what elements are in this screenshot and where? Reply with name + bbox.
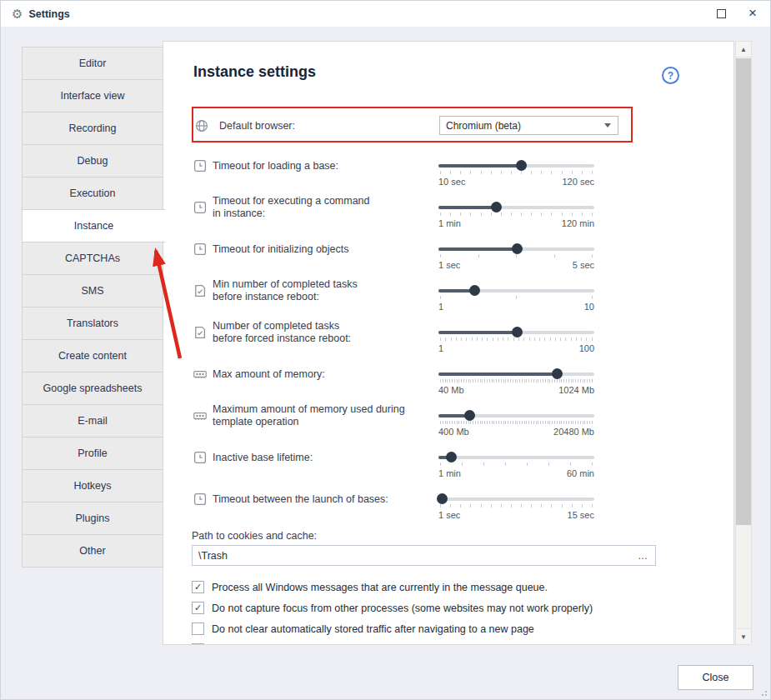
slider-track[interactable]: [438, 372, 594, 376]
slider-thumb[interactable]: [516, 160, 527, 171]
gear-icon: ⚙: [12, 8, 23, 20]
memory-icon: [193, 409, 207, 422]
slider-control[interactable]: 10 sec120 sec: [438, 152, 594, 190]
slider-label-text: Min number of completed tasks before ins…: [213, 278, 358, 303]
sidebar-item-translators[interactable]: Translators: [22, 307, 163, 340]
sidebar-item-create-content[interactable]: Create content: [22, 339, 163, 372]
default-browser-select[interactable]: Chromium (beta): [439, 116, 618, 135]
slider-fill: [438, 206, 496, 209]
slider-label-text: Number of completed tasks before forced …: [213, 320, 351, 345]
path-input[interactable]: \Trash …: [192, 545, 656, 566]
slider-track[interactable]: [438, 331, 594, 334]
scrollbar[interactable]: ▲ ▼: [735, 41, 752, 645]
slider-thumb[interactable]: [446, 452, 457, 462]
browse-button[interactable]: …: [638, 550, 648, 562]
slider-max-label: 60 min: [567, 468, 594, 478]
slider-ticks: [440, 212, 593, 216]
sidebar-item-captchas[interactable]: CAPTCHAs: [22, 242, 163, 275]
sidebar-item-plugins[interactable]: Plugins: [22, 502, 163, 535]
slider-thumb[interactable]: [552, 368, 563, 379]
close-window-button[interactable]: ×: [738, 1, 767, 26]
slider-thumb[interactable]: [512, 243, 523, 254]
slider-track[interactable]: [438, 498, 594, 501]
clock-icon: [193, 451, 207, 464]
sidebar-item-interface-view[interactable]: Interface view: [22, 79, 163, 112]
checkbox-row-do-not-clear-automatically-stored-traffi[interactable]: Do not clear automatically stored traffi…: [192, 618, 593, 639]
resize-grip[interactable]: [758, 688, 767, 696]
slider-max-label: 10: [584, 302, 594, 312]
slider-row-timeout-for-executing-a-command: Timeout for executing a command in insta…: [193, 193, 599, 235]
sidebar-item-editor[interactable]: Editor: [22, 47, 163, 80]
memory-icon: [193, 368, 207, 381]
slider-min-label: 1: [438, 343, 443, 353]
slider-control[interactable]: 40 Mb1024 Mb: [438, 360, 594, 398]
slider-max-label: 1024 Mb: [558, 385, 594, 395]
checkbox-unchecked-icon[interactable]: [192, 643, 204, 645]
slider-control[interactable]: 1 min60 min: [438, 443, 594, 482]
scroll-up-button[interactable]: ▲: [736, 42, 751, 58]
slider-control[interactable]: 1 sec15 sec: [438, 485, 594, 523]
slider-max-label: 5 sec: [573, 260, 594, 270]
scrollbar-thumb[interactable]: [736, 58, 751, 525]
clock-icon: [193, 201, 207, 214]
slider-control[interactable]: 110: [438, 277, 594, 315]
sidebar-item-instance[interactable]: Instance: [22, 209, 165, 242]
slider-ticks: [440, 504, 593, 508]
slider-label: Number of completed tasks before forced …: [193, 318, 427, 347]
scroll-down-button[interactable]: ▼: [736, 628, 751, 644]
checkbox-row-force-execution-of-firefox-background-jo[interactable]: Force execution of FireFox background jo…: [192, 639, 593, 645]
slider-track[interactable]: [438, 164, 594, 168]
help-icon[interactable]: ?: [662, 67, 679, 84]
slider-thumb[interactable]: [491, 202, 502, 212]
slider-max-label: 120 min: [562, 218, 594, 228]
sliders-section: Timeout for loading a base:10 sec120 sec…: [193, 152, 599, 527]
sidebar-item-other[interactable]: Other: [22, 534, 163, 568]
instance-settings-panel: Instance settings ? Default browser: Chr…: [163, 41, 734, 645]
slider-range-labels: 1 min120 min: [438, 218, 594, 228]
slider-control[interactable]: 1100: [438, 318, 594, 357]
slider-track[interactable]: [438, 248, 594, 251]
slider-track[interactable]: [438, 456, 594, 459]
checkbox-unchecked-icon[interactable]: [192, 622, 204, 635]
path-label: Path to cookies and cache:: [192, 530, 317, 542]
sidebar-item-debug[interactable]: Debug: [22, 144, 163, 178]
sidebar-item-sms[interactable]: SMS: [22, 274, 163, 308]
slider-range-labels: 110: [438, 302, 594, 312]
sidebar-item-e-mail[interactable]: E-mail: [22, 404, 163, 438]
sidebar-item-hotkeys[interactable]: Hotkeys: [22, 469, 163, 502]
slider-ticks: [440, 296, 593, 299]
slider-track[interactable]: [438, 289, 594, 292]
slider-min-label: 1 min: [438, 468, 461, 478]
checkbox-row-process-all-windows-messages-that-are-cu[interactable]: ✓Process all Windows messages that are c…: [192, 577, 593, 598]
slider-min-label: 1 sec: [438, 260, 460, 270]
slider-control[interactable]: 1 min120 min: [438, 193, 594, 232]
slider-thumb[interactable]: [512, 327, 523, 338]
checkbox-row-do-not-capture-focus-from-other-processe[interactable]: ✓Do not capture focus from other process…: [192, 598, 593, 618]
sidebar: EditorInterface viewRecordingDebugExecut…: [22, 47, 163, 568]
checkbox-label: Do not capture focus from other processe…: [212, 602, 593, 614]
slider-control[interactable]: 1 sec5 sec: [438, 235, 594, 273]
slider-thumb[interactable]: [464, 410, 475, 421]
sidebar-item-execution[interactable]: Execution: [22, 177, 163, 210]
slider-control[interactable]: 400 Mb20480 Mb: [438, 402, 594, 440]
slider-min-label: 10 sec: [438, 177, 465, 187]
slider-range-labels: 10 sec120 sec: [438, 177, 594, 187]
titlebar: ⚙ Settings ×: [1, 1, 770, 27]
checkbox-label: Process all Windows messages that are cu…: [212, 582, 548, 593]
slider-thumb[interactable]: [469, 285, 480, 296]
close-button[interactable]: Close: [678, 665, 753, 690]
maximize-button[interactable]: [707, 1, 735, 26]
checkbox-checked-icon[interactable]: ✓: [192, 602, 204, 614]
slider-max-label: 100: [579, 343, 594, 353]
checkbox-checked-icon[interactable]: ✓: [192, 581, 204, 593]
slider-track[interactable]: [438, 414, 594, 418]
slider-track[interactable]: [438, 206, 594, 209]
slider-range-labels: 1 sec15 sec: [438, 510, 594, 520]
slider-thumb[interactable]: [437, 493, 448, 504]
window-title: Settings: [28, 8, 69, 20]
sidebar-item-profile[interactable]: Profile: [22, 437, 163, 470]
sidebar-item-google-spreadsheets[interactable]: Google spreadsheets: [22, 372, 163, 405]
slider-label: Timeout between the launch of bases:: [193, 485, 427, 513]
slider-row-number-of-completed-tasks: Number of completed tasks before forced …: [193, 318, 599, 360]
sidebar-item-recording[interactable]: Recording: [22, 112, 163, 145]
